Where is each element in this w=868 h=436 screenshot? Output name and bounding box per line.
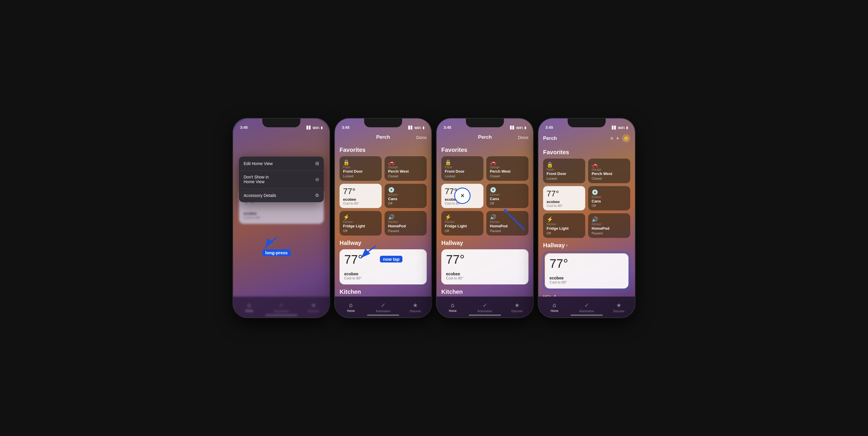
auto-label-3: Automation <box>477 310 493 313</box>
user-avatar-4[interactable]: 😊 <box>622 134 630 143</box>
context-edit-home[interactable]: Edit Home View ⊞ <box>239 156 324 171</box>
home-icon-2: ⌂ <box>349 302 353 309</box>
tab-discover-4[interactable]: ★ Discover <box>603 297 635 318</box>
cans-name-3: Cans <box>490 197 525 201</box>
spinner-icon: ✕ <box>460 193 465 199</box>
home-label-4: Home <box>551 309 559 313</box>
hallway-ecobee-mode-4: Cool to 80° <box>550 280 624 284</box>
accessory-label: Accessory Details <box>244 193 276 198</box>
gear-icon: ⚙ <box>315 193 319 198</box>
auto-icon-3: ✓ <box>483 302 488 309</box>
nav-title-2: Perch <box>376 134 390 140</box>
ecobee-mode-2: Cool to 80° <box>343 202 378 205</box>
homepod-tile-2[interactable]: 🔊 Kitchen HomePod Paused <box>384 211 427 236</box>
hallway-ecobee-mode-2: Cool to 80° <box>344 276 422 280</box>
arrow-svg-3 <box>504 209 527 233</box>
cans-status-2: Off <box>388 202 423 205</box>
tab-home-2[interactable]: ⌂ Home <box>335 297 367 318</box>
hallway-ecobee-name-4: ecobee <box>550 275 624 280</box>
hallway-ecobee-name-2: ecobee <box>344 271 422 276</box>
hallway-arrow-4: › <box>566 242 567 248</box>
context-dont-show[interactable]: Don't Show inHome View ⊖ <box>239 171 324 188</box>
garage-icon-2: 🚗 <box>388 159 423 166</box>
kitchen-label-4: Kitchen <box>592 196 627 199</box>
garage-perch-tile-2[interactable]: 🚗 Garage Perch West Closed <box>384 156 427 181</box>
garage-icon-3: 🚗 <box>490 159 525 166</box>
homepod-icon-2: 🔊 <box>388 214 423 220</box>
fridgelight-status-4: Off <box>547 231 582 235</box>
auto-icon-4: ✓ <box>584 302 589 309</box>
cans-status-3: Off <box>490 202 525 205</box>
siri-icon[interactable]: ≡ <box>610 136 613 141</box>
fridgelight-status-2: Off <box>343 229 378 233</box>
battery-icon-2: ▮ <box>423 126 424 129</box>
garage-label-3: Garage <box>490 166 525 169</box>
favorites-grid-4: 🔒 Foyer Front Door Locked 🚗 Garage Perch… <box>543 158 630 238</box>
frontdoor-name-4: Front Door <box>547 172 582 176</box>
home-indicator-3 <box>469 315 501 316</box>
foyer-label-2: Foyer <box>343 166 378 169</box>
homepod-tile-4[interactable]: 🔊 Kitchen HomePod Paused <box>588 213 630 238</box>
context-menu: Edit Home View ⊞ Don't Show inHome View … <box>239 156 324 202</box>
foyer-front-door-tile-2[interactable]: 🔒 Foyer Front Door Locked <box>340 156 382 181</box>
garage-tile-4[interactable]: 🚗 Garage Perch West Closed <box>588 158 630 183</box>
nav-title-4: Perch <box>543 136 557 141</box>
fridge-light-tile-2[interactable]: ⚡ Kitchen Fridge Light Off <box>340 211 382 236</box>
frontdoor-name-2: Front Door <box>343 169 378 174</box>
phone-4: 3:45 ▋▋ WiFi ▮ Perch ≡ + 😊 <box>538 118 635 318</box>
cans-tile-2[interactable]: 💿 Kitchen Cans Off <box>384 184 427 208</box>
foyer-label-3: Foyer <box>445 166 480 169</box>
ecobee-tile-3[interactable]: 77° ecobee Cool to 80° ✕ <box>441 184 484 208</box>
disc-icon-4: ★ <box>616 302 621 309</box>
done-button-3[interactable]: Done <box>518 135 528 140</box>
kitchen-title-3: Kitchen <box>441 289 528 295</box>
thermo-temp-2: 77° <box>343 187 378 196</box>
tab-discover-2[interactable]: ★ Discover <box>399 297 431 318</box>
plus-button-4[interactable]: + <box>616 136 619 142</box>
homepod-status-2: Paused <box>388 229 423 233</box>
hallway-temp-3: 77° <box>446 254 524 266</box>
perchwest-name-3: Perch West <box>490 169 525 174</box>
signal-icon-4: ▋▋ <box>612 126 617 129</box>
kitchen-title-2: Kitchen <box>340 289 427 295</box>
status-icons-2: ▋▋ WiFi ▮ <box>408 126 424 129</box>
hallway-ecobee-mode-3: Cool to 80° <box>446 276 524 280</box>
disc-label-2: Discover <box>410 310 421 313</box>
tab-home-4[interactable]: ⌂ Home <box>538 297 570 318</box>
kitchen-homepod-label-4: Kitchen <box>592 223 627 226</box>
garage-tile-3[interactable]: 🚗 Garage Perch West Closed <box>486 156 528 181</box>
done-button-2[interactable]: Done <box>416 135 427 140</box>
wifi-icon-2: WiFi <box>414 126 421 129</box>
hallway-selected-container: 77° ecobee Cool to 80° <box>543 252 630 290</box>
kitchen-row-4[interactable]: Kitchen › <box>543 294 630 296</box>
cans-tile-4[interactable]: 💿 Kitchen Cans Off <box>588 186 630 211</box>
hallway-ecobee-tile-2[interactable]: 77° ecobee Cool to 80° <box>340 184 382 208</box>
nav-icons-4: ≡ + 😊 <box>610 134 630 143</box>
auto-icon-2: ✓ <box>381 302 386 309</box>
cans-name-2: Cans <box>388 197 423 201</box>
hallway-ecobee-large-3[interactable]: 77° ecobee Cool to 80° <box>441 249 528 284</box>
perchwest-status-3: Closed <box>490 174 525 178</box>
tab-discover-3[interactable]: ★ Discover <box>501 297 533 318</box>
tab-home-3[interactable]: ⌂ Home <box>437 297 469 318</box>
home-label-2: Home <box>347 309 355 313</box>
ecobee-tile-4[interactable]: 77° ecobee Cool to 80° <box>543 186 585 211</box>
wifi-icon-3: WiFi <box>516 126 523 129</box>
homepod-icon-4: 🔊 <box>592 216 627 223</box>
context-accessory[interactable]: Accessory Details ⚙ <box>239 188 324 202</box>
perchwest-name-2: Perch West <box>388 169 423 174</box>
phone-3: 3:45 ▋▋ WiFi ▮ Perch Done Favorites <box>437 118 533 318</box>
hallway-row-4[interactable]: Hallway › <box>543 242 630 249</box>
fridge-tile-4[interactable]: ⚡ Kitchen Fridge Light Off <box>543 213 585 238</box>
frontdoor-status-2: Locked <box>343 174 378 178</box>
cans-name-4: Cans <box>592 199 627 204</box>
home-label-3: Home <box>449 309 457 313</box>
disc-icon-3: ★ <box>515 302 520 309</box>
fridge-tile-3[interactable]: ⚡ Kitchen Fridge Light Off <box>441 211 484 236</box>
hallway-ecobee-large-4[interactable]: 77° ecobee Cool to 80° <box>545 254 628 289</box>
auto-label-4: Automation <box>579 310 594 313</box>
foyer-tile-4[interactable]: 🔒 Foyer Front Door Locked <box>543 158 585 183</box>
foyer-tile-3[interactable]: 🔒 Foyer Front Door Locked <box>441 156 484 181</box>
cans-tile-3[interactable]: 💿 Kitchen Cans Off <box>486 184 528 208</box>
ecobee-mode-4: Cool to 80° <box>547 204 582 207</box>
